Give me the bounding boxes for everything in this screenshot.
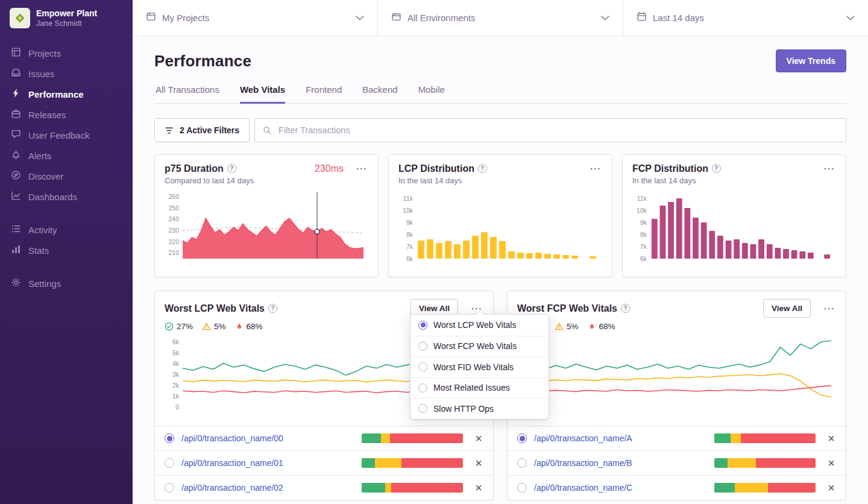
card-menu-button[interactable]: ⋯ — [354, 163, 368, 174]
card-menu-button[interactable]: ⋯ — [822, 163, 836, 174]
help-icon[interactable]: ? — [712, 164, 721, 173]
sidebar-item-label: Issues — [28, 69, 54, 79]
close-icon[interactable]: × — [474, 432, 483, 444]
help-icon[interactable]: ? — [227, 164, 236, 173]
transaction-link[interactable]: /api/0/transaction_name/C — [534, 483, 632, 493]
sidebar-item-discover[interactable]: Discover — [0, 166, 133, 186]
transaction-link[interactable]: /api/0/transaction_name/B — [534, 458, 632, 468]
sidebar-item-user-feedback[interactable]: User Feedback — [0, 125, 133, 145]
close-icon[interactable]: × — [826, 457, 836, 469]
legend-meh-value: 5% — [567, 322, 579, 331]
view-trends-button[interactable]: View Trends — [776, 49, 846, 72]
date-range-selector[interactable]: Last 14 days — [623, 0, 868, 36]
menu-radio[interactable] — [418, 383, 427, 392]
page-header: Performance View Trends — [154, 49, 846, 72]
row-radio[interactable] — [517, 433, 527, 443]
svg-text:9k: 9k — [406, 219, 414, 226]
transaction-link[interactable]: /api/0/transaction_name/00 — [181, 433, 283, 443]
tab-mobile[interactable]: Mobile — [418, 84, 445, 104]
sidebar-item-activity[interactable]: Activity — [0, 219, 133, 240]
legend-good-value: 27% — [177, 322, 193, 331]
sidebar-item-label: Projects — [28, 48, 61, 58]
menu-item-worst-lcp[interactable]: Worst LCP Web Vitals — [410, 315, 549, 336]
svg-text:2k: 2k — [172, 382, 180, 389]
row-radio[interactable] — [165, 483, 174, 493]
page-title: Performance — [154, 52, 251, 71]
legend-poor-value: 68% — [599, 322, 615, 331]
menu-radio[interactable] — [418, 362, 427, 371]
segment-poor — [756, 458, 816, 468]
sidebar-item-performance[interactable]: Performance — [0, 84, 133, 104]
sidebar-item-releases[interactable]: Releases — [0, 104, 133, 125]
tab-backend[interactable]: Backend — [362, 84, 397, 104]
legend-meh: 5% — [202, 322, 226, 331]
help-icon[interactable]: ? — [621, 304, 630, 313]
tab-frontend[interactable]: Frontend — [306, 84, 342, 104]
releases-icon — [11, 109, 21, 121]
svg-text:3k: 3k — [172, 371, 180, 378]
help-icon[interactable]: ? — [478, 164, 487, 173]
lcp-distribution-chart[interactable]: 6k7k8k9k10k11k — [398, 190, 602, 263]
sidebar: Empower Plant Jane Schmidt Projects Issu… — [0, 0, 133, 504]
menu-radio[interactable] — [418, 342, 427, 351]
sidebar-item-issues[interactable]: Issues — [0, 63, 133, 84]
card-menu-button[interactable]: ⋯ — [822, 303, 836, 314]
menu-radio[interactable] — [418, 321, 427, 330]
environment-icon — [391, 11, 401, 24]
sidebar-item-settings[interactable]: Settings — [0, 273, 133, 294]
global-filter-bar: My Projects All Environments Last 14 day… — [133, 0, 868, 36]
legend-poor: 68% — [235, 322, 263, 331]
segment-poor — [401, 458, 463, 468]
p75-duration-chart[interactable]: 210220230240250260 — [165, 190, 368, 263]
svg-text:260: 260 — [168, 193, 179, 200]
row-radio[interactable] — [517, 458, 527, 468]
table-row: /api/0/transaction_name/02 × — [155, 475, 493, 500]
search-input[interactable] — [277, 125, 838, 136]
row-radio[interactable] — [165, 458, 174, 468]
fcp-distribution-card: FCP Distribution ? ⋯ In the last 14 days… — [622, 154, 846, 277]
search-icon — [263, 126, 272, 135]
svg-text:8k: 8k — [406, 231, 414, 238]
segment-poor — [768, 483, 816, 493]
transaction-link[interactable]: /api/0/transaction_name/01 — [181, 458, 283, 468]
menu-item-worst-fcp[interactable]: Worst FCP Web Vitals — [410, 336, 549, 357]
project-selector[interactable]: My Projects — [133, 0, 377, 36]
environment-selector[interactable]: All Environments — [377, 0, 623, 36]
close-icon[interactable]: × — [826, 432, 836, 444]
sidebar-item-projects[interactable]: Projects — [0, 43, 133, 63]
segment-poor — [391, 483, 463, 493]
sidebar-item-alerts[interactable]: Alerts — [0, 145, 133, 166]
sidebar-item-label: Discover — [28, 171, 63, 181]
menu-item-worst-fid[interactable]: Worst FID Web Vitals — [410, 356, 549, 377]
segment-good — [362, 483, 385, 493]
row-radio[interactable] — [517, 483, 527, 493]
vitals-distribution-bar — [362, 433, 463, 443]
sidebar-item-stats[interactable]: Stats — [0, 240, 133, 260]
menu-radio[interactable] — [418, 404, 427, 413]
segment-poor — [390, 433, 463, 443]
calendar-icon — [637, 11, 647, 24]
card-menu-button[interactable]: ⋯ — [588, 163, 602, 174]
tab-web-vitals[interactable]: Web Vitals — [240, 84, 285, 104]
org-switcher[interactable]: Empower Plant Jane Schmidt — [0, 0, 133, 34]
view-all-button[interactable]: View All — [763, 299, 811, 318]
segment-poor — [741, 433, 816, 443]
close-icon[interactable]: × — [474, 457, 483, 469]
close-icon[interactable]: × — [826, 482, 836, 494]
fcp-distribution-chart[interactable]: 6k7k8k9k10k11k — [632, 190, 836, 263]
sidebar-item-dashboards[interactable]: Dashboards — [0, 186, 133, 207]
chevron-down-icon — [356, 16, 364, 20]
help-icon[interactable]: ? — [268, 304, 277, 313]
transaction-link[interactable]: /api/0/transaction_name/02 — [181, 483, 283, 493]
svg-text:11k: 11k — [637, 195, 647, 202]
worst-fcp-card: Worst FCP Web Vitals ? View All ⋯ 27% 5%… — [507, 291, 846, 500]
active-filters-button[interactable]: 2 Active Filters — [154, 118, 250, 142]
chevron-down-icon — [601, 16, 609, 20]
row-radio[interactable] — [165, 433, 174, 443]
transaction-link[interactable]: /api/0/transaction_name/A — [534, 433, 632, 443]
menu-item-slow-http-ops[interactable]: Slow HTTP Ops — [410, 398, 549, 419]
tab-all-transactions[interactable]: All Transactions — [156, 84, 219, 104]
close-icon[interactable]: × — [474, 482, 483, 494]
menu-item-most-related-issues[interactable]: Most Related Issues — [410, 377, 549, 398]
worst-fcp-chart[interactable]: 01k2k3k4k5k6k — [517, 333, 836, 412]
